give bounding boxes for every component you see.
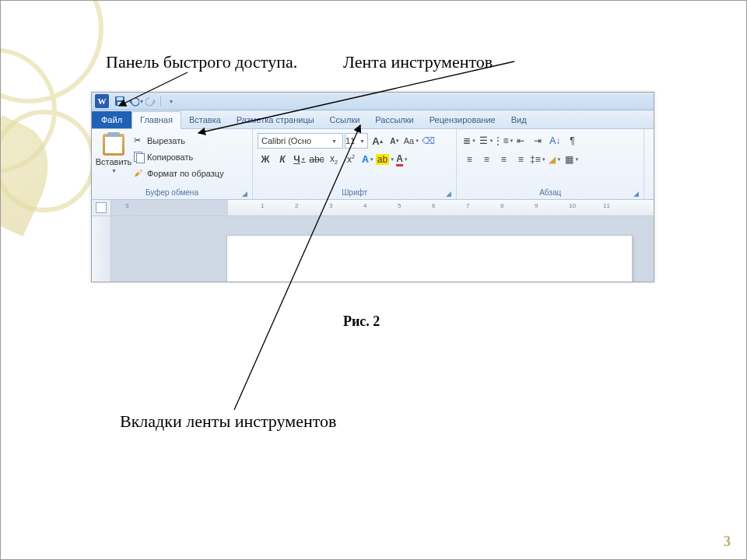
tab-mailings[interactable]: Рассылки	[367, 112, 421, 128]
ruler-num: 3	[329, 202, 332, 209]
chevron-down-icon: ▼	[357, 138, 367, 144]
multilevel-button[interactable]: ⋮≡▼	[496, 133, 511, 149]
vertical-ruler[interactable]	[92, 216, 111, 282]
ruler-num: 10	[569, 202, 576, 209]
highlight-button[interactable]: ab▼	[377, 152, 393, 167]
tab-references[interactable]: Ссылки	[322, 112, 368, 128]
ruler-area: 3 1 2 3 4 5 6 7 8 9 10 11	[92, 200, 654, 216]
brush-icon: 🖌	[134, 168, 145, 179]
underline-button[interactable]: Ч▼	[292, 152, 307, 167]
group-title-clipboard: Буфер обмена◢	[96, 187, 247, 199]
format-label: Формат по образцу	[147, 169, 224, 178]
bold-button[interactable]: Ж	[258, 152, 273, 167]
bullets-icon: ≣	[463, 135, 471, 146]
indent-inc-button[interactable]: ⇥	[530, 133, 545, 149]
svg-rect-1	[117, 97, 123, 100]
strike-icon: abc	[309, 154, 324, 165]
line-spacing-button[interactable]: ‡≡▼	[530, 152, 545, 167]
tab-file[interactable]: Файл	[92, 111, 132, 128]
qat-redo-button[interactable]	[143, 94, 159, 108]
ruler-num: 7	[466, 202, 469, 209]
indent-dec-button[interactable]: ⇤	[513, 133, 528, 149]
qat-save-button[interactable]	[112, 94, 128, 108]
align-right-icon: ≡	[501, 154, 507, 165]
dialog-launcher-icon[interactable]: ◢	[446, 190, 451, 198]
ruler-num: 8	[500, 202, 503, 209]
tab-insert[interactable]: Вставка	[181, 112, 229, 128]
sort-icon: A↓	[549, 135, 560, 146]
indent-right-icon: ⇥	[534, 135, 542, 146]
svg-rect-2	[117, 102, 122, 105]
paste-button[interactable]: Вставить ▼	[96, 131, 131, 173]
tab-home[interactable]: Главная	[132, 111, 181, 129]
align-center-icon: ≡	[484, 154, 489, 165]
group-paragraph: ≣▼ ☰▼ ⋮≡▼ ⇤ ⇥ A↓ ¶ ≡ ≡ ≡ ≡ ‡≡▼ ◢▼ ▦▼	[457, 129, 644, 199]
chevron-down-icon: ▾	[170, 98, 173, 105]
numbering-button[interactable]: ☰▼	[479, 133, 494, 149]
grow-font-button[interactable]: A▴	[370, 133, 385, 149]
tab-review[interactable]: Рецензирование	[422, 112, 503, 128]
undo-icon	[128, 96, 139, 107]
ruler-num: 2	[295, 202, 298, 209]
document-viewport[interactable]	[111, 216, 654, 282]
text-effects-icon: A	[362, 154, 369, 165]
dialog-launcher-icon[interactable]: ◢	[242, 190, 247, 198]
cut-button[interactable]: ✂ Вырезать	[134, 133, 224, 149]
ribbon: Вставить ▼ ✂ Вырезать Копировать 🖌 Форма…	[92, 129, 654, 200]
borders-button[interactable]: ▦▼	[564, 152, 580, 167]
subscript-button[interactable]: x2	[326, 152, 342, 167]
save-icon	[114, 96, 125, 107]
change-case-button[interactable]: Aa▼	[404, 133, 419, 149]
numbering-icon: ☰	[479, 135, 488, 146]
tab-selector[interactable]	[92, 200, 111, 215]
pilcrow-icon: ¶	[570, 135, 574, 146]
paste-label: Вставить	[96, 157, 132, 166]
horizontal-ruler[interactable]: 3 1 2 3 4 5 6 7 8 9 10 11	[111, 200, 654, 215]
page-number: 3	[724, 534, 731, 550]
format-painter-button[interactable]: 🖌 Формат по образцу	[134, 166, 224, 181]
font-size-combo[interactable]: 11▼	[345, 133, 368, 149]
qat-separator	[160, 96, 161, 107]
tab-view[interactable]: Вид	[503, 112, 535, 128]
paste-icon	[103, 134, 124, 156]
align-right-button[interactable]: ≡	[496, 152, 511, 167]
font-color-button[interactable]: A▼	[395, 152, 410, 167]
show-marks-button[interactable]: ¶	[564, 133, 580, 149]
group-extra	[644, 129, 654, 199]
bullets-button[interactable]: ≣▼	[461, 133, 477, 149]
qat-customize-button[interactable]: ▾	[163, 94, 178, 108]
cut-icon: ✂	[134, 135, 145, 146]
cut-label: Вырезать	[147, 136, 185, 145]
group-title-paragraph: Абзац◢	[461, 187, 639, 199]
tab-selector-icon	[96, 202, 107, 213]
align-center-button[interactable]: ≡	[479, 152, 494, 167]
multilevel-icon: ⋮≡	[493, 135, 508, 146]
group-title-font: Шрифт◢	[258, 187, 451, 199]
dropdown-icon: ▾	[140, 98, 143, 105]
dialog-launcher-icon[interactable]: ◢	[633, 190, 639, 198]
tab-layout[interactable]: Разметка страницы	[229, 112, 322, 128]
ruler-num: 3	[125, 202, 128, 209]
ruler-num: 9	[535, 202, 538, 209]
clear-format-button[interactable]: ⌫	[421, 133, 437, 149]
italic-button[interactable]: К	[275, 152, 290, 167]
superscript-button[interactable]: x2	[343, 152, 359, 167]
chevron-down-icon: ▼	[111, 168, 117, 173]
sort-button[interactable]: A↓	[547, 133, 563, 149]
group-clipboard: Вставить ▼ ✂ Вырезать Копировать 🖌 Форма…	[92, 129, 253, 199]
strike-button[interactable]: abc	[309, 152, 324, 167]
change-case-icon: Aa	[404, 136, 414, 145]
text-effects-button[interactable]: A▼	[360, 152, 376, 167]
align-justify-button[interactable]: ≡	[513, 152, 528, 167]
shrink-font-button[interactable]: A▾	[387, 133, 402, 149]
align-left-button[interactable]: ≡	[461, 152, 477, 167]
align-left-icon: ≡	[467, 154, 472, 165]
shading-button[interactable]: ◢▼	[547, 152, 563, 167]
copy-button[interactable]: Копировать	[134, 149, 224, 165]
font-name-combo[interactable]: Calibri (Осно▼	[258, 133, 343, 149]
ribbon-tabs: Файл Главная Вставка Разметка страницы С…	[92, 110, 654, 129]
ruler-num: 5	[398, 202, 401, 209]
ruler-num: 4	[363, 202, 366, 209]
subscript-icon: x2	[330, 153, 338, 165]
qat-undo-button[interactable]: ▾	[128, 94, 143, 108]
